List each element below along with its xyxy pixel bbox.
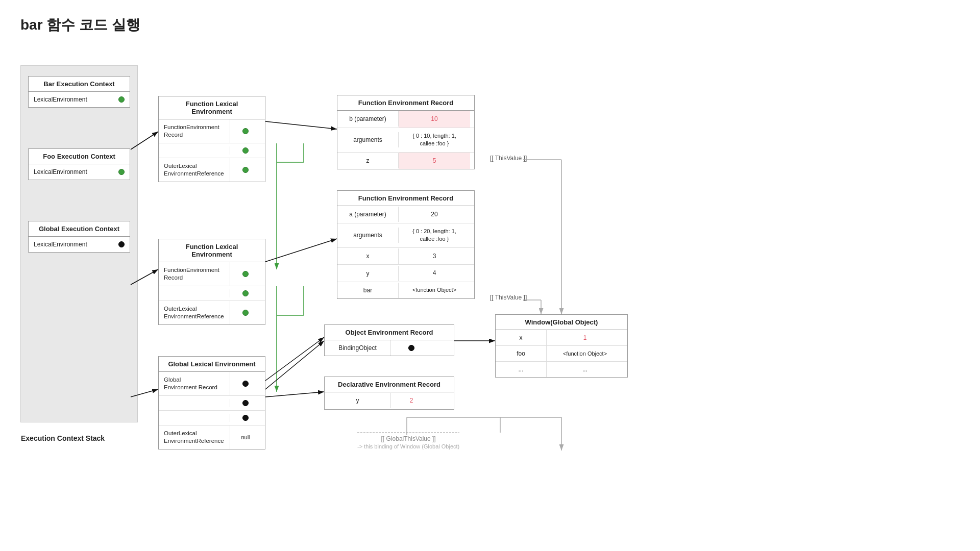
bar-lex-row1-label: FunctionEnvironmentRecord [159,119,230,143]
foo-func-record-title: Function Environment Record [337,191,474,206]
window-key1: x [496,330,547,345]
foo-rec-key3: x [337,248,399,264]
foo-rec-key4: y [337,266,399,281]
decl-rec-val1: 2 [391,392,432,409]
global-lex-dot3 [242,415,249,421]
global-ec-title: Global Execution Context [29,221,130,237]
bar-ec-dot [118,96,125,103]
foo-rec-val3: 3 [399,248,470,265]
global-lex-title: Global Lexical Environment [159,357,265,372]
global-lex-row1-label: GlobalEnvironment Record [159,372,230,395]
window-box: Window(Global Object) x 1 foo <function … [495,314,628,378]
foo-rec-val5: <function Object> [399,282,470,298]
declarative-env-record: Declarative Environment Record y 2 [324,377,454,410]
bar-lex-dot2 [242,147,249,154]
foo-ec-label: LexicalEnvironment [34,168,114,176]
foo-rec-val1: 20 [399,206,470,223]
foo-rec-key1: a (parameter) [337,207,399,222]
global-lex-null: null [230,430,261,444]
bar-lex-dot3 [242,167,249,173]
bar-ec-label: LexicalEnvironment [34,96,114,103]
svg-line-11 [265,239,337,262]
svg-line-18 [265,337,324,381]
bar-rec-val1: 10 [399,111,470,128]
foo-ec-dot [118,169,125,175]
bar-func-env-record: Function Environment Record b (parameter… [337,95,475,169]
ec-stack-label: Execution Context Stack [21,434,105,442]
decl-rec-key1: y [325,393,391,408]
foo-lex-dot2 [242,290,249,296]
bar-ec-title: Bar Execution Context [29,77,130,92]
foo-rec-key2: arguments [337,228,399,243]
global-lex-env: Global Lexical Environment GlobalEnviron… [158,356,265,449]
bar-rec-key3: z [337,153,399,168]
foo-func-env-record: Function Environment Record a (parameter… [337,190,475,299]
foo-lex-dot3 [242,310,249,316]
global-lex-row3-label [159,414,230,422]
foo-rec-val4: 4 [399,265,470,282]
foo-lex-row2-label [159,289,230,297]
bar-func-record-title: Function Environment Record [337,95,474,111]
foo-lex-env: Function Lexical Environment FunctionEnv… [158,239,265,325]
this-value-foo-label: [[ ThisValue ]] [490,294,527,301]
bar-lex-row3-label: OuterLexicalEnvironmentReference [159,158,230,182]
window-key2: foo [496,346,547,361]
foo-ec-title: Foo Execution Context [29,149,130,164]
object-env-record: Object Environment Record BindingObject [324,324,454,356]
obj-rec-dot [408,345,414,351]
window-key3: ... [496,362,547,377]
foo-lex-dot1 [242,271,249,277]
bar-rec-val3: 5 [399,153,470,169]
global-lex-dot2 [242,400,249,406]
bar-lex-row2-label [159,146,230,155]
bar-execution-context: Bar Execution Context LexicalEnvironment [28,76,130,108]
global-this-label: [[ GlobalThisValue ]] -> this binding of… [357,435,459,449]
page-title: bar 함수 코드 실행 [20,15,960,35]
bar-lex-dot1 [242,128,249,134]
global-lex-row2-label [159,399,230,407]
global-this-desc-text: -> this binding of Window (Global Object… [357,443,459,449]
global-lex-outer-label: OuterLexicalEnvironmentReference [159,425,230,449]
window-val2: <function Object> [547,346,623,361]
foo-rec-val2: { 0 : 20, length: 1, callee :foo } [399,223,470,247]
foo-rec-key5: bar [337,283,399,298]
global-execution-context: Global Execution Context LexicalEnvironm… [28,221,130,253]
bar-rec-key2: arguments [337,132,399,147]
window-title: Window(Global Object) [496,315,627,330]
window-val3: ... [547,362,623,377]
foo-lex-title: Function Lexical Environment [159,239,265,262]
bar-lex-env: Function Lexical Environment FunctionEnv… [158,96,265,182]
bar-lex-title: Function Lexical Environment [159,96,265,119]
object-env-record-title: Object Environment Record [325,325,454,340]
this-value-bar-label: [[ ThisValue ]] [490,155,527,162]
bar-rec-key1: b (parameter) [337,111,399,127]
obj-rec-key1: BindingObject [325,340,391,356]
declarative-env-record-title: Declarative Environment Record [325,377,454,392]
global-this-value-text: [[ GlobalThisValue ]] [357,435,459,442]
foo-execution-context: Foo Execution Context LexicalEnvironment [28,148,130,180]
foo-lex-row3-label: OuterLexicalEnvironmentReference [159,301,230,324]
svg-line-4 [265,121,337,129]
window-val1: 1 [547,330,623,345]
global-lex-dot1 [242,381,249,387]
foo-lex-row1-label: FunctionEnvironmentRecord [159,262,230,286]
svg-line-20 [265,392,324,397]
svg-line-19 [265,341,324,389]
execution-context-stack: Bar Execution Context LexicalEnvironment… [20,65,138,422]
bar-rec-val2: { 0 : 10, length: 1, callee :foo } [399,128,470,152]
global-ec-label: LexicalEnvironment [34,241,114,248]
global-ec-dot [118,241,125,247]
